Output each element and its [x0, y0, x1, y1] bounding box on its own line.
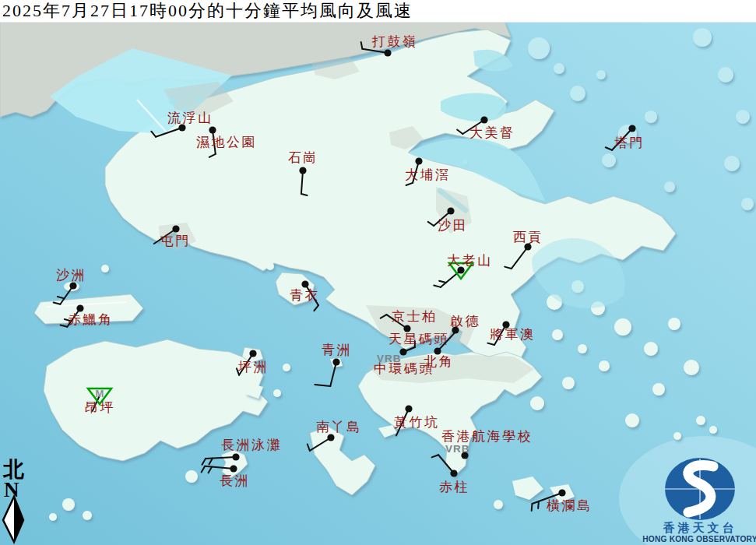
island [578, 344, 587, 353]
station-dot [172, 225, 179, 232]
island [668, 318, 680, 330]
island [741, 198, 754, 210]
station-label: 橫瀾島 [547, 498, 592, 513]
island [718, 67, 733, 83]
island [530, 396, 544, 410]
island [724, 156, 740, 171]
wind-map-page: 打鼓嶺流浮山濕地公園石崗大美督塔門大埔滘沙田屯門沙洲赤鱲角西貢大老山青衣京士柏啟… [0, 0, 756, 545]
island [101, 265, 109, 272]
island [614, 318, 631, 336]
station-dot [327, 434, 334, 441]
station-label: 流浮山 [167, 111, 213, 125]
island [49, 513, 57, 521]
island [709, 426, 717, 434]
station-label: 將軍澳 [490, 327, 536, 342]
variable-wind-label: VRB [445, 443, 470, 455]
island [185, 470, 198, 483]
island [494, 500, 503, 509]
wind-barb-tick [532, 504, 533, 511]
station-label: 沙田 [438, 218, 468, 233]
logo-name-en: HONG KONG OBSERVATORY [642, 535, 756, 543]
station-label: 沙洲 [56, 268, 86, 283]
urban-patch [169, 97, 177, 105]
island [693, 28, 712, 47]
island [599, 360, 610, 371]
station-dot [76, 304, 83, 311]
title-bar: 2025年7月27日17時00分的十分鐘平均風向及風速 [0, 0, 756, 23]
island [562, 377, 575, 389]
station-label: 昂坪 [85, 400, 115, 415]
island [652, 383, 665, 396]
island [664, 181, 675, 192]
station-dot [249, 350, 256, 357]
station-dot [415, 157, 422, 164]
station-dot [332, 358, 339, 365]
island [83, 511, 92, 520]
station-m-marker: M [96, 388, 104, 399]
island [62, 498, 75, 511]
station-dot [301, 280, 308, 287]
map-title: 2025年7月27日17時00分的十分鐘平均風向及風速 [2, 0, 413, 22]
station-label: 石崗 [288, 150, 318, 165]
station-label: 塔門 [614, 135, 645, 150]
station-label: 坪洲 [238, 360, 269, 374]
island [736, 110, 750, 124]
island [596, 70, 606, 79]
station-dot [299, 167, 306, 174]
station-label: 濕地公園 [196, 135, 257, 149]
island [645, 111, 657, 123]
station-label: 南丫島 [316, 420, 362, 434]
station-dot [209, 126, 216, 133]
station-label: 黃竹坑 [394, 415, 440, 430]
station-dot [628, 125, 635, 132]
island [552, 329, 563, 340]
station-dot [558, 489, 565, 496]
station-dot [447, 207, 454, 214]
island [273, 389, 281, 397]
station-label: 青洲 [322, 343, 352, 357]
station-dot [480, 116, 487, 123]
wind-barb-tick [538, 501, 539, 508]
station-dot [384, 49, 391, 56]
island [644, 342, 658, 356]
station-label: 香港航海學校 [441, 429, 533, 444]
island [554, 63, 564, 74]
station-dot [69, 282, 76, 289]
island [266, 262, 274, 270]
island [602, 153, 616, 167]
station-label: 大埔滘 [405, 167, 451, 182]
island [528, 37, 550, 59]
station-label: 西貢 [513, 230, 543, 244]
station-dot [405, 405, 412, 412]
island [570, 86, 585, 101]
station-dot [232, 453, 239, 460]
station-label: 長洲泳灘 [221, 438, 282, 452]
island [696, 416, 705, 425]
station-label: 啟德 [450, 314, 480, 329]
station-label: 京士柏 [392, 309, 438, 324]
station-dot [450, 469, 457, 476]
island [283, 364, 290, 371]
compass-north-en-label: N [4, 478, 19, 501]
island [625, 413, 639, 427]
island [684, 360, 699, 375]
station-dot [230, 465, 237, 472]
station-label: 青衣 [290, 288, 320, 303]
variable-wind-label: VRB [377, 353, 402, 364]
logo-name-zh: 香港天文台 [663, 521, 737, 534]
station-label: 打鼓嶺 [371, 34, 418, 49]
hong-kong-wind-map: 打鼓嶺流浮山濕地公園石崗大美督塔門大埔滘沙田屯門沙洲赤鱲角西貢大老山青衣京士柏啟… [0, 0, 756, 545]
station-label: 赤鱲角 [68, 312, 114, 327]
station-label: 大老山 [447, 253, 493, 268]
station-label: 大美督 [469, 125, 515, 140]
island [673, 432, 681, 440]
station-label: 屯門 [160, 234, 191, 248]
station-label: 天星碼頭 [389, 332, 449, 346]
station-label: 長洲 [220, 473, 250, 488]
urban-patch [196, 97, 202, 103]
station-label: 赤柱 [439, 480, 469, 494]
